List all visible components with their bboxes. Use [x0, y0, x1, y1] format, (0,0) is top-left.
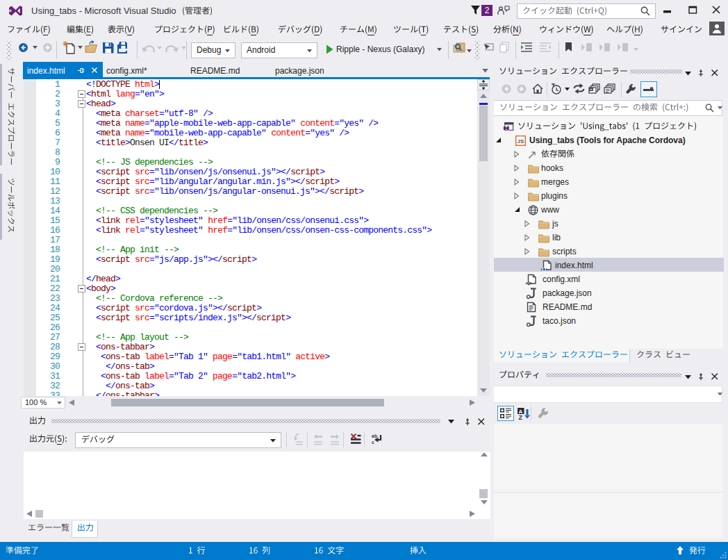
- svg-text:c: c: [372, 440, 374, 445]
- svg-text:Z: Z: [519, 414, 523, 421]
- svg-text:ab: ab: [372, 434, 377, 438]
- svg-text:JS: JS: [518, 138, 524, 145]
